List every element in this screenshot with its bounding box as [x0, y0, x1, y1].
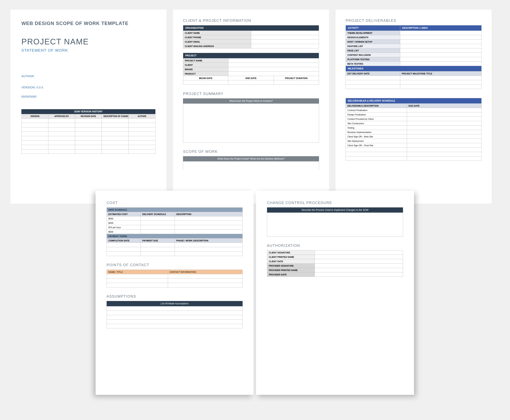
- statement-of-work-subtitle: STATEMENT OF WORK: [21, 48, 155, 52]
- activity-label: HOST / DOMAIN SETUP: [346, 40, 400, 44]
- deliverable-cell: Design Finalization: [346, 112, 407, 117]
- table-row: [107, 283, 243, 287]
- payment-terms-header: PAYMENT TERMS: [107, 234, 243, 238]
- table-row: CLIENT DATE: [267, 259, 403, 264]
- table-row: PRODUCT: [183, 72, 319, 76]
- row-label: BRAND: [183, 67, 228, 72]
- activity-label: FEATURE LIST: [346, 44, 400, 48]
- change-control-prompt: Describe the Process Used to Implement C…: [267, 207, 403, 213]
- row-label: CLIENT MAILING ADDRESS: [183, 44, 251, 48]
- document-title: WEB DESIGN SCOPE OF WORK TEMPLATE: [21, 21, 155, 26]
- change-control-box[interactable]: [267, 213, 403, 237]
- table-row: [107, 252, 243, 256]
- table-row: [346, 152, 482, 156]
- table-row: [22, 145, 155, 150]
- project-summary-title: PROJECT SUMMARY: [183, 92, 319, 96]
- version-label: VERSION: 0.0.0: [21, 86, 155, 89]
- page-2-client-project: CLIENT & PROJECT INFORMATION ORGANIZATIO…: [173, 10, 329, 204]
- table-row: $200: [107, 221, 243, 225]
- authorization-table: CLIENT SIGNATURECLIENT PRINTED NAMECLIEN…: [267, 250, 403, 277]
- assumptions-title: ASSUMPTIONS: [107, 294, 243, 299]
- activity-label: THEME DEVELOPMENT: [346, 31, 400, 35]
- table-row: [22, 132, 155, 136]
- version-history-table: VERSIONAPPROVED BYREVISION DATEDESCRIPTI…: [21, 114, 155, 154]
- table-row: Contract Finalization: [346, 108, 482, 112]
- deliverable-cell: Content Provided by Client: [346, 117, 407, 121]
- delivery-schedule-header: DELIVERABLES & DELIVERY SCHEDULE: [346, 98, 482, 104]
- points-of-contact-title: POINTS OF CONTACT: [107, 263, 243, 267]
- table-row: CLIENT MAILING ADDRESS: [183, 44, 319, 48]
- row-label: CLIENT PHONE: [183, 35, 251, 40]
- table-row: CLIENT: [183, 63, 319, 67]
- page-5-change-auth: CHANGE CONTROL PROCEDURE Describe the Pr…: [256, 191, 414, 395]
- row-label: CLIENT SIGNATURE: [267, 250, 315, 255]
- project-header: PROJECT: [183, 53, 319, 58]
- change-control-title: CHANGE CONTROL PROCEDURE: [267, 201, 403, 205]
- deliverable-cell: Client Sign-Off – Beta Site: [346, 135, 407, 139]
- row-label: CLIENT DATE: [267, 259, 315, 264]
- table-row: Design Finalization: [346, 112, 482, 117]
- table-row: [107, 311, 243, 315]
- column-header: PHASE / WORK DESCRIPTION: [175, 238, 243, 243]
- table-row: [22, 123, 155, 128]
- table-row: CLIENT PHONE: [183, 35, 319, 40]
- table-header-row: VERSIONAPPROVED BYREVISION DATEDESCRIPTI…: [22, 114, 155, 119]
- column-header: COMPLETION DATE: [107, 238, 141, 243]
- project-deliverables-title: PROJECT DELIVERABLES: [345, 19, 482, 23]
- table-row: DESIGN ELEMENTS: [346, 35, 482, 40]
- cost-title: COST: [107, 201, 243, 205]
- table-row: HOST / DOMAIN SETUP: [346, 40, 482, 44]
- column-header: ESTIMATED COST: [107, 212, 141, 216]
- client-project-info-title: CLIENT & PROJECT INFORMATION: [183, 19, 319, 23]
- table-row: [107, 247, 243, 252]
- column-header: CONTACT INFORMATION: [168, 270, 242, 274]
- scope-of-work-prompt: What Does the Project Entail? What Are t…: [183, 156, 319, 161]
- table-row: [346, 76, 482, 80]
- activity-label: CONTENT INCLUSION: [346, 53, 400, 57]
- table-row: PROJECT NAME: [183, 58, 319, 63]
- table-row: CLIENT EMAIL: [183, 40, 319, 44]
- table-row: Client Sign-Off – Final Site: [346, 143, 482, 148]
- table-row: Testing: [346, 126, 482, 130]
- table-row: [107, 306, 243, 311]
- table-row: Content Provided by Client: [346, 117, 482, 121]
- project-summary-box[interactable]: [183, 104, 319, 142]
- table-row: [107, 279, 243, 283]
- column-header: PROJECT MILESTONE TITLE: [400, 71, 481, 76]
- column-header: END DATE: [228, 76, 274, 80]
- column-header: APPROVED BY: [48, 114, 75, 119]
- milestones-header: MILESTONES: [346, 66, 482, 71]
- deliverable-cell: Client Sign-Off – Final Site: [346, 143, 407, 148]
- table-row: Site Deployment: [346, 139, 482, 143]
- author-label: AUTHOR:: [21, 75, 155, 78]
- project-table: PROJECT PROJECT NAMECLIENTBRANDPRODUCT B…: [183, 53, 319, 85]
- table-row: PAGE LIST: [346, 48, 482, 53]
- deliverable-cell: Site Deployment: [346, 139, 407, 143]
- column-header: EST DELIVERY DATE: [346, 71, 400, 76]
- activity-label: PAGE LIST: [346, 48, 400, 53]
- row-label: PROJECT NAME: [183, 58, 228, 63]
- deliverable-cell: Testing: [346, 126, 407, 130]
- date-label: 00/00/0000: [21, 95, 155, 98]
- table-row: THEME DEVELOPMENT: [346, 31, 482, 35]
- table-row: [346, 156, 482, 161]
- table-row: $75 per hour: [107, 225, 243, 230]
- table-row: PROVIDER SIGNATURE: [267, 264, 403, 268]
- column-header: DESCRIPTION: [175, 212, 243, 216]
- assumptions-prompt: List All Made Assumptions: [107, 301, 243, 306]
- project-summary-prompt: What Does the Project Work to Achieve?: [183, 98, 319, 104]
- rate-schedule-table: RATE SCHEDULE ESTIMATED COSTDELIVERY SCH…: [107, 207, 243, 256]
- version-history-title: SOW VERSION HISTORY: [21, 109, 155, 114]
- column-header: VERSION: [22, 114, 48, 119]
- table-row: FEATURE LIST: [346, 44, 482, 48]
- scope-of-work-box[interactable]: [183, 161, 319, 169]
- column-header: DUE DATE: [407, 104, 481, 108]
- column-header: PAYMENT DUE: [141, 238, 175, 243]
- row-label: CLIENT: [183, 63, 228, 67]
- column-header: DELIVERABLE DESCRIPTION: [346, 104, 407, 108]
- authorization-title: AUTHORIZATION: [267, 244, 403, 248]
- deliverable-cell: Contract Finalization: [346, 108, 407, 112]
- page-3-deliverables: PROJECT DELIVERABLES ACTIVITYDESCRIPTION…: [336, 10, 492, 204]
- table-row: [107, 320, 243, 324]
- table-row: Site Construction: [346, 121, 482, 126]
